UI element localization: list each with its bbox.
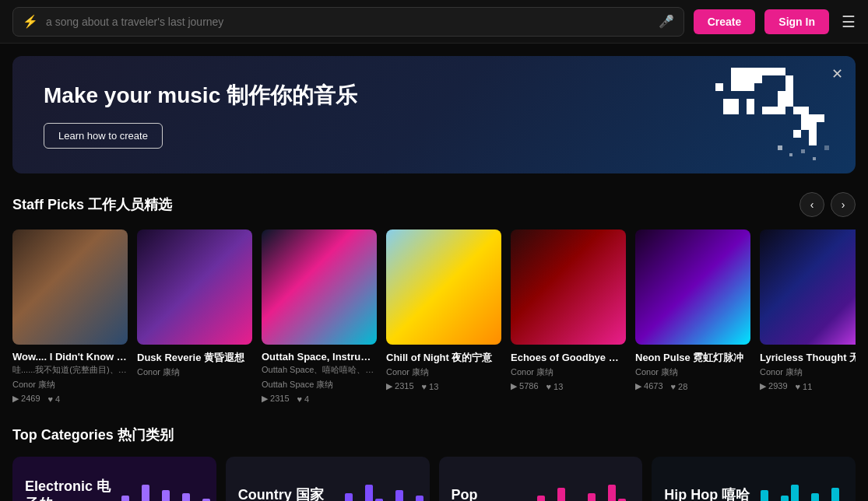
card-stats: ▶ 5786 ♥ 13 (511, 381, 626, 391)
svg-rect-10 (770, 68, 785, 75)
card-author: Conor 康纳 (760, 366, 856, 378)
banner-pixel-art (622, 60, 840, 173)
svg-rect-5 (723, 99, 739, 114)
music-card[interactable]: Wow.... I Didn't Know That [Full...哇....… (12, 229, 128, 404)
card-author: Conor 康纳 (137, 366, 252, 378)
svg-rect-2 (762, 68, 770, 75)
microphone-icon[interactable]: 🎤 (659, 14, 674, 29)
category-card[interactable]: Pop (439, 457, 643, 501)
music-card[interactable]: Outtah Space, Instrumental Hip...Outtah … (262, 229, 377, 404)
card-title: Echoes of Goodbye 再见的回声 (511, 351, 626, 365)
play-count: ▶ 2939 (760, 381, 788, 391)
bar (608, 485, 616, 501)
svg-rect-11 (793, 107, 809, 114)
staff-picks-header: Staff Picks 工作人员精选 ‹ › (12, 192, 856, 217)
bar (375, 499, 383, 502)
music-card[interactable]: Dusk Reverie 黄昏遐想Conor 康纳 (137, 229, 252, 404)
card-author: Conor 康纳 (12, 379, 128, 391)
like-count: ♥ 28 (671, 382, 688, 391)
card-stats: ▶ 2315 ♥ 13 (386, 381, 501, 391)
card-thumbnail (760, 229, 856, 345)
staff-picks-nav: ‹ › (799, 192, 856, 217)
card-stats: ▶ 2469 ♥ 4 (12, 394, 128, 404)
svg-rect-18 (801, 149, 805, 153)
bar (416, 496, 423, 501)
category-card[interactable]: Country 国家 (226, 457, 430, 501)
svg-rect-4 (731, 83, 754, 91)
bar (811, 493, 819, 502)
category-bars (750, 457, 849, 501)
card-subtitle: Outtah Space、嘻哈嘻哈、法国信室 (262, 364, 377, 376)
svg-rect-1 (747, 68, 762, 83)
categories-row: Electronic 电子的Country 国家PopHip Hop 嘻哈 (12, 457, 856, 501)
card-author: Conor 康纳 (386, 366, 501, 378)
category-bars (111, 457, 210, 501)
play-count: ▶ 5786 (511, 381, 539, 391)
card-title: Lyricless Thought 无抒情的思想 (760, 351, 856, 365)
like-count: ♥ 13 (422, 382, 439, 391)
card-title: Dusk Reverie 黄昏遐想 (137, 351, 252, 365)
svg-rect-17 (789, 153, 792, 156)
category-label: Country 国家 (238, 486, 324, 501)
search-input[interactable] (46, 16, 651, 28)
bar (537, 496, 545, 501)
like-count: ♥ 11 (796, 382, 813, 391)
svg-rect-19 (813, 157, 816, 160)
play-count: ▶ 2315 (386, 381, 414, 391)
bar (345, 493, 353, 502)
svg-rect-7 (762, 107, 785, 114)
svg-rect-3 (715, 83, 723, 91)
svg-rect-15 (817, 114, 824, 122)
learn-how-button[interactable]: Learn how to create (44, 123, 163, 149)
menu-icon[interactable]: ☰ (842, 12, 856, 31)
bar (395, 490, 403, 501)
bar (121, 496, 129, 501)
play-count: ▶ 2469 (12, 394, 40, 404)
bar (202, 499, 210, 502)
card-thumbnail (511, 229, 626, 345)
category-card[interactable]: Electronic 电子的 (12, 457, 216, 501)
card-thumbnail (635, 229, 750, 345)
bar (618, 499, 626, 502)
music-card[interactable]: Lyricless Thought 无抒情的思想Conor 康纳 ▶ 2939 … (760, 229, 856, 404)
bar (162, 490, 170, 501)
top-categories-header: Top Categories 热门类别 (12, 426, 856, 444)
bar (588, 493, 596, 502)
bolt-icon: ⚡ (23, 14, 38, 29)
svg-rect-8 (778, 91, 793, 107)
bar (791, 485, 799, 501)
banner-title: Make your music 制作你的音乐 (44, 81, 371, 110)
search-bar-container: ⚡ 🎤 (12, 7, 684, 37)
bar (557, 488, 565, 502)
svg-rect-0 (731, 68, 747, 83)
like-count: ♥ 4 (297, 394, 310, 404)
card-thumbnail (12, 229, 128, 345)
next-arrow[interactable]: › (831, 192, 856, 217)
like-count: ♥ 13 (546, 382, 564, 391)
bar (142, 485, 149, 501)
like-count: ♥ 4 (48, 394, 61, 404)
staff-picks-cards: Wow.... I Didn't Know That [Full...哇....… (12, 229, 856, 404)
card-title: Outtah Space, Instrumental Hip... (262, 351, 377, 363)
card-author: Outtah Space 康纳 (262, 379, 377, 391)
signin-button[interactable]: Sign In (764, 9, 829, 34)
promo-banner: ✕ Make your music 制作你的音乐 Learn how to cr… (12, 56, 856, 173)
card-thumbnail (386, 229, 501, 345)
category-label: Electronic 电子的 (25, 478, 118, 501)
bar (761, 490, 768, 501)
bar (365, 485, 373, 501)
category-bars (325, 457, 423, 501)
music-card[interactable]: Chill of Night 夜的宁意Conor 康纳 ▶ 2315 ♥ 13 (386, 229, 501, 404)
card-title: Wow.... I Didn't Know That [Full... (12, 351, 128, 363)
svg-rect-14 (809, 122, 817, 145)
svg-rect-20 (824, 145, 829, 150)
music-card[interactable]: Neon Pulse 霓虹灯脉冲Conor 康纳 ▶ 4673 ♥ 28 (635, 229, 750, 404)
card-subtitle: 哇......我不知道(完整曲目)、美国... (12, 364, 128, 376)
card-thumbnail (262, 229, 377, 345)
music-card[interactable]: Echoes of Goodbye 再见的回声Conor 康纳 ▶ 5786 ♥… (511, 229, 626, 404)
prev-arrow[interactable]: ‹ (799, 192, 824, 217)
create-button[interactable]: Create (694, 9, 756, 34)
category-card[interactable]: Hip Hop 嘻哈 (652, 457, 856, 501)
card-title: Chill of Night 夜的宁意 (386, 351, 501, 365)
category-bars (537, 457, 636, 501)
